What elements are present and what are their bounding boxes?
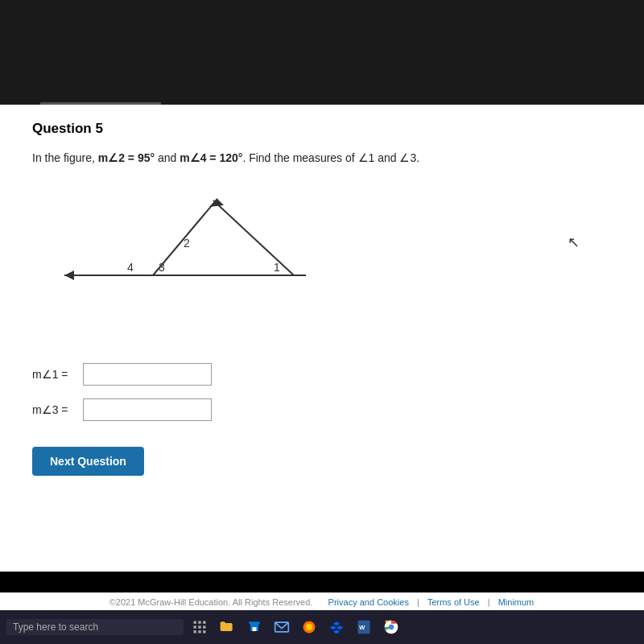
geometry-diagram: 2 4 3 1	[48, 183, 322, 344]
taskbar: Type here to search W	[0, 610, 644, 644]
svg-point-18	[306, 624, 312, 630]
taskbar-icon-folder[interactable]	[216, 616, 238, 638]
question-text: In the figure, m∠2 = 95° and m∠4 = 120°.…	[32, 150, 612, 167]
label-3: 3	[159, 261, 165, 274]
copyright-text: ©2021 McGraw-Hill Education. All Rights …	[109, 597, 313, 607]
taskbar-icon-dropbox[interactable]	[325, 616, 348, 638]
svg-rect-7	[198, 621, 200, 624]
top-bar-line	[40, 102, 161, 105]
taskbar-icon-chrome[interactable]	[380, 616, 402, 638]
label-1: 1	[274, 261, 280, 274]
label-2: 2	[184, 237, 190, 250]
answer-label-3: m∠3 =	[32, 403, 76, 416]
minimum-link[interactable]: Minimum	[498, 597, 535, 607]
taskbar-search[interactable]: Type here to search	[6, 619, 184, 635]
separator-2: |	[488, 597, 490, 607]
terms-link[interactable]: Terms of Use	[427, 597, 480, 607]
diagram-container: 2 4 3 1	[32, 183, 612, 344]
taskbar-icon-mail[interactable]	[270, 616, 293, 638]
svg-rect-12	[194, 630, 196, 633]
var-m2: m∠2 = 95°	[98, 151, 155, 164]
footer: ©2021 McGraw-Hill Education. All Rights …	[0, 592, 644, 610]
var-m4: m∠4 = 120°	[180, 151, 242, 164]
svg-rect-13	[198, 630, 200, 633]
taskbar-icon-firefox[interactable]	[298, 616, 320, 638]
svg-line-5	[213, 200, 294, 275]
taskbar-search-text: Type here to search	[13, 621, 98, 633]
question-title: Question 5	[32, 121, 612, 137]
taskbar-icon-grid[interactable]	[188, 616, 211, 638]
answer-input-3[interactable]	[83, 398, 212, 421]
label-4: 4	[127, 261, 134, 274]
privacy-link[interactable]: Privacy and Cookies	[328, 597, 409, 607]
answer-row-3: m∠3 =	[32, 398, 612, 421]
separator-1: |	[417, 597, 419, 607]
answer-label-1: m∠1 =	[32, 368, 76, 381]
main-content: Question 5 In the figure, m∠2 = 95° and …	[0, 105, 644, 572]
svg-rect-10	[198, 625, 200, 628]
svg-rect-15	[253, 627, 257, 631]
answer-input-1[interactable]	[83, 363, 212, 386]
svg-rect-11	[203, 625, 205, 628]
svg-rect-9	[194, 625, 196, 628]
svg-rect-6	[194, 621, 196, 624]
svg-text:W: W	[359, 624, 365, 631]
answer-row-1: m∠1 =	[32, 363, 612, 386]
next-question-button[interactable]: Next Question	[32, 447, 144, 476]
taskbar-icon-word[interactable]: W	[353, 616, 375, 638]
svg-rect-8	[203, 621, 205, 624]
svg-rect-14	[203, 630, 205, 633]
svg-marker-1	[64, 270, 74, 280]
top-bar	[0, 0, 644, 105]
taskbar-icon-store[interactable]	[243, 616, 266, 638]
